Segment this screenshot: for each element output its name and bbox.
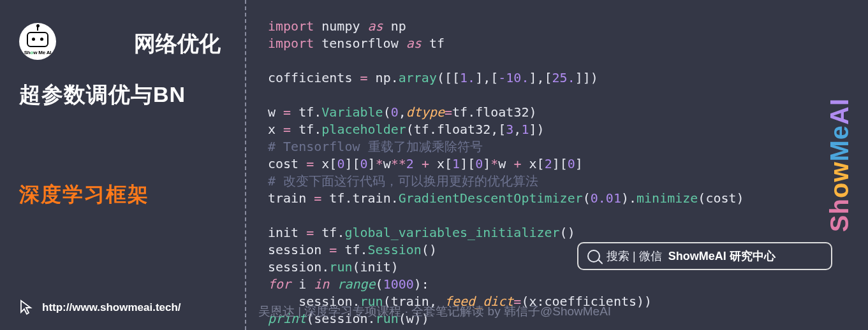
search-prefix: 搜索 | 微信 <box>607 248 662 264</box>
title-dl-framework: 深度学习框架 <box>19 181 226 209</box>
cursor-icon <box>19 299 33 316</box>
title-hyperparam-bn: 超参数调优与BN <box>19 80 226 110</box>
brand-vertical: ShowMeAI <box>825 98 854 232</box>
site-url: http://www.showmeai.tech/ <box>42 301 181 314</box>
sidebar: Show Me AI 网络优化 超参数调优与BN 深度学习框架 http://w… <box>0 0 246 330</box>
search-bold: ShowMeAI 研究中心 <box>668 248 776 264</box>
sidebar-footer: http://www.showmeai.tech/ <box>19 299 181 316</box>
search-icon <box>587 250 600 262</box>
bottom-note: 吴恩达 | 深度学习专项课程 · 全套笔记解读 by 韩信子@ShowMeAI <box>258 303 611 320</box>
search-wechat-pill: 搜索 | 微信 ShowMeAI 研究中心 <box>577 242 832 270</box>
showmeai-logo: Show Me AI <box>19 23 56 60</box>
code-block: import numpy as np import tensorflow as … <box>268 18 744 327</box>
